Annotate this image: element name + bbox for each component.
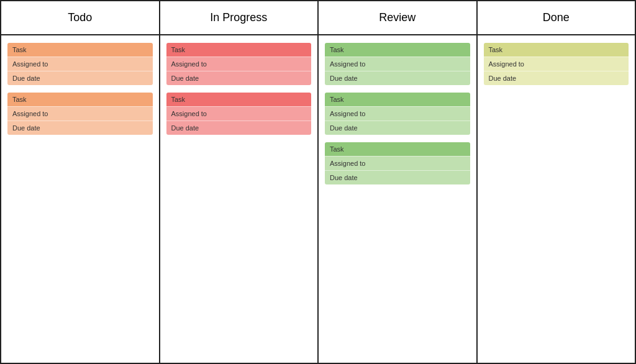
card-assigned-label: Assigned to (325, 57, 470, 71)
card-due-label: Due date (325, 170, 470, 184)
column-header-todo: Todo (1, 1, 159, 35)
card-task-label: Task (325, 43, 470, 57)
card-task-label: Task (325, 142, 470, 156)
column-body-inprogress: TaskAssigned toDue dateTaskAssigned toDu… (160, 35, 318, 363)
card-due-label: Due date (166, 71, 312, 85)
column-done: DoneTaskAssigned toDue date (478, 1, 635, 363)
card-due-label: Due date (325, 121, 470, 135)
card-due-label: Due date (325, 71, 470, 85)
kanban-card[interactable]: TaskAssigned toDue date (325, 43, 470, 85)
card-task-label: Task (166, 93, 312, 106)
card-due-label: Due date (7, 121, 153, 135)
column-body-done: TaskAssigned toDue date (478, 35, 635, 363)
kanban-card[interactable]: TaskAssigned toDue date (325, 93, 470, 135)
card-assigned-label: Assigned to (484, 57, 629, 71)
card-assigned-label: Assigned to (166, 106, 312, 121)
kanban-board: TodoTaskAssigned toDue dateTaskAssigned … (0, 0, 636, 364)
kanban-card[interactable]: TaskAssigned toDue date (484, 43, 629, 85)
card-due-label: Due date (166, 121, 312, 135)
card-due-label: Due date (7, 71, 153, 85)
card-task-label: Task (325, 93, 470, 106)
kanban-card[interactable]: TaskAssigned toDue date (166, 43, 312, 85)
card-assigned-label: Assigned to (7, 106, 153, 121)
card-task-label: Task (7, 43, 153, 57)
card-task-label: Task (7, 93, 153, 106)
card-assigned-label: Assigned to (325, 156, 470, 170)
column-inprogress: In ProgressTaskAssigned toDue dateTaskAs… (160, 1, 319, 363)
column-body-todo: TaskAssigned toDue dateTaskAssigned toDu… (1, 35, 159, 363)
column-todo: TodoTaskAssigned toDue dateTaskAssigned … (1, 1, 160, 363)
kanban-card[interactable]: TaskAssigned toDue date (7, 93, 153, 135)
card-task-label: Task (166, 43, 312, 57)
kanban-card[interactable]: TaskAssigned toDue date (7, 43, 153, 85)
column-body-review: TaskAssigned toDue dateTaskAssigned toDu… (319, 35, 476, 363)
column-header-review: Review (319, 1, 476, 35)
kanban-card[interactable]: TaskAssigned toDue date (325, 142, 470, 184)
card-assigned-label: Assigned to (325, 106, 470, 121)
column-header-inprogress: In Progress (160, 1, 318, 35)
card-task-label: Task (484, 43, 629, 57)
column-review: ReviewTaskAssigned toDue dateTaskAssigne… (319, 1, 478, 363)
kanban-card[interactable]: TaskAssigned toDue date (166, 93, 312, 135)
column-header-done: Done (478, 1, 635, 35)
card-due-label: Due date (484, 71, 629, 85)
card-assigned-label: Assigned to (7, 57, 153, 71)
card-assigned-label: Assigned to (166, 57, 312, 71)
